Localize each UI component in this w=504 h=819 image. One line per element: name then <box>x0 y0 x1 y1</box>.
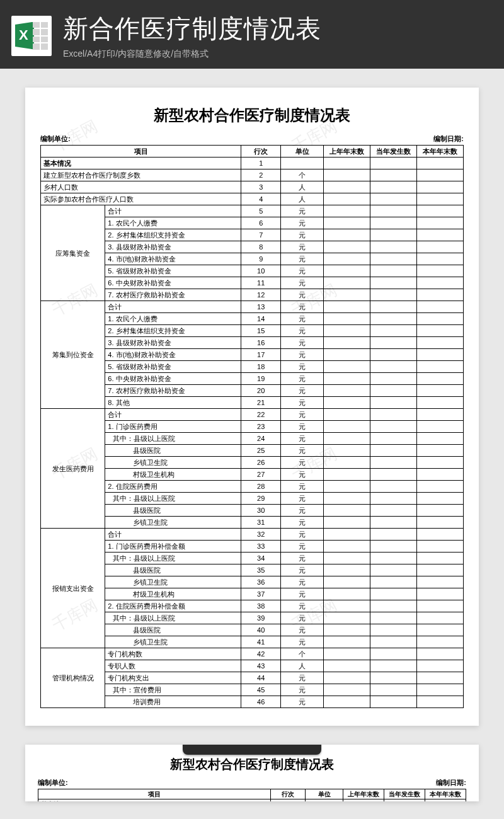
data-cell <box>370 469 417 481</box>
row-unit: 元 <box>280 672 323 684</box>
table-row: 应筹集资金合计5元 <box>41 205 464 217</box>
row-label: 其中：县级以上医院 <box>105 433 241 445</box>
col-end: 本年年末数 <box>417 146 464 158</box>
data-cell <box>417 648 464 660</box>
data-cell <box>370 493 417 505</box>
data-cell <box>324 349 370 361</box>
col-prev: 上年年末数 <box>324 146 370 158</box>
row-unit: 元 <box>280 397 323 409</box>
row-number: 40 <box>241 624 281 636</box>
row-number: 23 <box>241 421 281 433</box>
data-cell <box>324 445 370 457</box>
data-cell <box>343 799 384 802</box>
row-unit: 人 <box>280 193 323 205</box>
group-label: 应筹集资金 <box>41 205 105 301</box>
data-cell <box>324 397 370 409</box>
row-number: 9 <box>241 253 281 265</box>
data-cell <box>417 612 464 624</box>
row-number: 11 <box>241 277 281 289</box>
data-cell <box>324 564 370 576</box>
row-unit: 元 <box>280 696 323 708</box>
data-cell <box>370 541 417 553</box>
data-cell <box>417 469 464 481</box>
data-cell <box>370 361 417 373</box>
group-label: 发生医药费用 <box>41 409 105 529</box>
table-header-row: 项目 行次 单位 上年年末数 当年发生数 本年年末数 <box>41 146 464 158</box>
row-unit: 元 <box>280 385 323 397</box>
table-row: 乡村人口数3人 <box>41 181 464 193</box>
row-label: 6. 中央财政补助资金 <box>105 277 241 289</box>
row-label: 合计 <box>105 529 241 541</box>
row-label: 专门机构数 <box>105 648 241 660</box>
row-label: 村级卫生机构 <box>105 588 241 600</box>
data-cell <box>370 289 417 301</box>
row-number: 28 <box>241 481 281 493</box>
data-cell <box>370 193 417 205</box>
row-number: 18 <box>241 361 281 373</box>
row-number: 35 <box>241 564 281 576</box>
row-number: 7 <box>241 229 281 241</box>
data-cell <box>324 158 370 169</box>
row-label: 基本情况 <box>38 799 271 802</box>
data-cell <box>370 265 417 277</box>
data-cell <box>324 576 370 588</box>
table-row: 筹集到位资金合计13元 <box>41 301 464 313</box>
data-cell <box>370 409 417 421</box>
row-label: 4. 市(地)财政补助资金 <box>105 349 241 361</box>
data-cell <box>417 600 464 612</box>
data-cell <box>370 517 417 529</box>
data-cell <box>324 553 370 564</box>
data-cell <box>324 265 370 277</box>
data-cell <box>324 421 370 433</box>
table-row: 建立新型农村合作医疗制度乡数2个 <box>41 169 464 181</box>
row-number: 39 <box>241 612 281 624</box>
row-label: 乡村人口数 <box>41 181 241 193</box>
row-unit: 元 <box>280 253 323 265</box>
row-unit: 元 <box>280 289 323 301</box>
col-item: 项目 <box>41 146 241 158</box>
data-cell <box>370 576 417 588</box>
row-number: 27 <box>241 469 281 481</box>
data-cell <box>324 600 370 612</box>
data-cell <box>370 349 417 361</box>
row-number: 22 <box>241 409 281 421</box>
data-cell <box>370 624 417 636</box>
data-cell <box>324 696 370 708</box>
row-unit: 个 <box>280 169 323 181</box>
group-label: 筹集到位资金 <box>41 301 105 409</box>
data-cell <box>370 505 417 517</box>
row-label: 建立新型农村合作医疗制度乡数 <box>41 169 241 181</box>
data-cell <box>370 169 417 181</box>
row-unit: 个 <box>280 648 323 660</box>
row-label: 县级医院 <box>105 505 241 517</box>
data-cell <box>417 205 464 217</box>
data-cell <box>324 385 370 397</box>
row-unit: 元 <box>280 361 323 373</box>
row-unit: 元 <box>280 457 323 469</box>
template-header: 新合作医疗制度情况表 Excel/A4打印/内容随意修改/自带格式 <box>0 0 504 69</box>
data-cell <box>370 696 417 708</box>
data-cell <box>417 564 464 576</box>
row-unit: 元 <box>280 337 323 349</box>
col-unit: 单位 <box>280 146 323 158</box>
data-cell <box>417 493 464 505</box>
data-cell <box>370 325 417 337</box>
row-number: 14 <box>241 313 281 325</box>
row-number: 3 <box>241 181 281 193</box>
data-cell <box>370 660 417 672</box>
data-cell <box>417 241 464 253</box>
row-unit: 元 <box>280 517 323 529</box>
row-label: 村级卫生机构 <box>105 469 241 481</box>
data-cell <box>324 373 370 385</box>
header-subtitle: Excel/A4打印/内容随意修改/自带格式 <box>63 49 490 60</box>
data-cell <box>370 337 417 349</box>
table-header-row: 项目 行次 单位 上年年末数 当年发生数 本年年末数 <box>38 789 466 799</box>
main-table: 项目 行次 单位 上年年末数 当年发生数 本年年末数 基本情况1建立新型农村合作… <box>40 145 464 708</box>
data-cell <box>370 553 417 564</box>
data-cell <box>324 205 370 217</box>
data-cell <box>417 409 464 421</box>
data-cell <box>324 529 370 541</box>
row-label: 5. 省级财政补助资金 <box>105 361 241 373</box>
row-unit: 元 <box>280 553 323 564</box>
row-number: 46 <box>241 696 281 708</box>
